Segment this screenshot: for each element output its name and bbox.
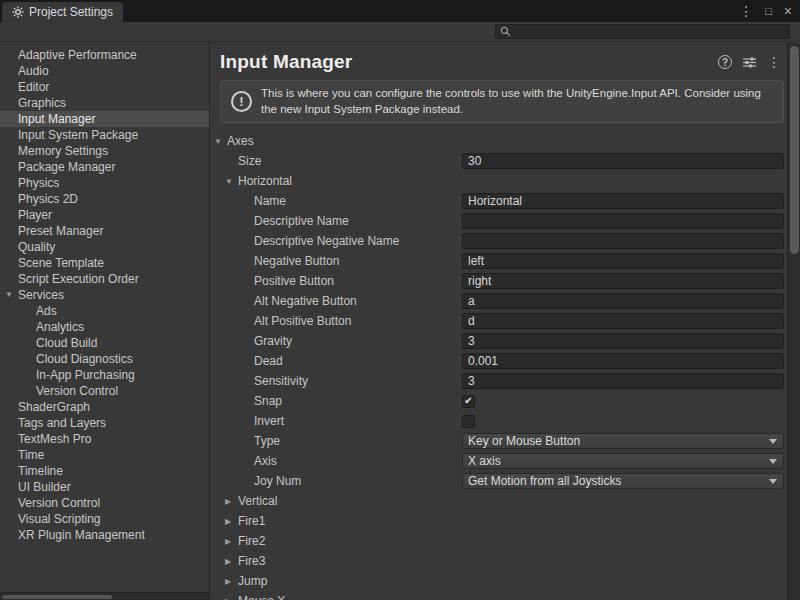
sidebar-item-editor[interactable]: Editor [0, 79, 209, 95]
window-menu-icon[interactable]: ⋮ [739, 4, 753, 18]
presets-icon[interactable] [743, 57, 756, 68]
sidebar-item-input-manager[interactable]: Input Manager [0, 111, 209, 127]
prop-row-size: Size [210, 151, 784, 171]
prop-row-alt-positive-button: Alt Positive Button [210, 311, 784, 331]
prop-row-descriptive-name: Descriptive Name [210, 211, 784, 231]
sidebar-item-script-execution-order[interactable]: Script Execution Order [0, 271, 209, 287]
window-controls: ⋮ □ × [739, 0, 792, 22]
foldout-axes[interactable]: ▼ Axes [210, 131, 784, 151]
sidebar-item-memory-settings[interactable]: Memory Settings [0, 143, 209, 159]
invert-checkbox[interactable] [462, 415, 475, 428]
sidebar-item-textmesh-pro[interactable]: TextMesh Pro [0, 431, 209, 447]
descriptive-name-field[interactable] [462, 213, 784, 229]
settings-body: Adaptive Performance Audio Editor Graphi… [0, 42, 800, 600]
foldout-closed-icon: ▶ [225, 597, 238, 600]
tab-title: Project Settings [29, 5, 113, 19]
sidebar-item-player[interactable]: Player [0, 207, 209, 223]
sidebar-item-audio[interactable]: Audio [0, 63, 209, 79]
sidebar-item-services[interactable]: ▼ Services [0, 287, 209, 303]
tab-project-settings[interactable]: Project Settings [2, 2, 123, 22]
sensitivity-field[interactable] [462, 373, 784, 389]
foldout-fire2[interactable]: ▶ Fire2 [210, 531, 784, 551]
dropdown-arrow-icon [769, 479, 777, 484]
maximize-icon[interactable]: □ [765, 6, 772, 17]
joy-num-dropdown[interactable]: Get Motion from all Joysticks [462, 473, 784, 489]
alt-positive-button-field[interactable] [462, 313, 784, 329]
foldout-horizontal[interactable]: ▼ Horizontal [210, 171, 784, 191]
sidebar-item-scene-template[interactable]: Scene Template [0, 255, 209, 271]
sidebar-item-services-version-control[interactable]: Version Control [0, 383, 209, 399]
sidebar-item-visual-scripting[interactable]: Visual Scripting [0, 511, 209, 527]
prop-row-descriptive-negative-name: Descriptive Negative Name [210, 231, 784, 251]
foldout-open-icon: ▼ [225, 177, 238, 186]
snap-checkbox[interactable] [462, 395, 475, 408]
prop-row-gravity: Gravity [210, 331, 784, 351]
panel-menu-icon[interactable]: ⋮ [767, 55, 781, 69]
input-manager-panel: Input Manager ? ⋮ [210, 42, 800, 600]
foldout-mouse-x[interactable]: ▶ Mouse X [210, 591, 784, 600]
prop-row-negative-button: Negative Button [210, 251, 784, 271]
sidebar-item-input-system-package[interactable]: Input System Package [0, 127, 209, 143]
positive-button-field[interactable] [462, 273, 784, 289]
foldout-jump[interactable]: ▶ Jump [210, 571, 784, 591]
help-box-text: This is where you can configure the cont… [261, 86, 773, 117]
gravity-field[interactable] [462, 333, 784, 349]
sidebar-item-shadergraph[interactable]: ShaderGraph [0, 399, 209, 415]
prop-row-alt-negative-button: Alt Negative Button [210, 291, 784, 311]
negative-button-field[interactable] [462, 253, 784, 269]
foldout-closed-icon: ▶ [225, 517, 238, 526]
sidebar-item-package-manager[interactable]: Package Manager [0, 159, 209, 175]
foldout-vertical[interactable]: ▶ Vertical [210, 491, 784, 511]
sidebar-item-ads[interactable]: Ads [0, 303, 209, 319]
close-icon[interactable]: × [784, 4, 792, 18]
foldout-fire3[interactable]: ▶ Fire3 [210, 551, 784, 571]
alt-negative-button-field[interactable] [462, 293, 784, 309]
dead-field[interactable] [462, 353, 784, 369]
prop-row-sensitivity: Sensitivity [210, 371, 784, 391]
property-list: ▼ Axes Size ▼ Horizontal Name Descriptiv… [210, 131, 787, 600]
project-settings-window: Project Settings ⋮ □ × Adaptive Performa… [0, 0, 800, 600]
sidebar-item-physics[interactable]: Physics [0, 175, 209, 191]
sidebar-horizontal-scrollbar[interactable] [0, 592, 209, 600]
sidebar-item-time[interactable]: Time [0, 447, 209, 463]
size-field[interactable] [462, 153, 784, 169]
prop-row-invert: Invert [210, 411, 784, 431]
sidebar-item-analytics[interactable]: Analytics [0, 319, 209, 335]
help-box: ! This is where you can configure the co… [220, 80, 784, 123]
sidebar-item-cloud-build[interactable]: Cloud Build [0, 335, 209, 351]
sidebar-item-preset-manager[interactable]: Preset Manager [0, 223, 209, 239]
foldout-fire1[interactable]: ▶ Fire1 [210, 511, 784, 531]
sidebar-item-ui-builder[interactable]: UI Builder [0, 479, 209, 495]
sidebar-item-timeline[interactable]: Timeline [0, 463, 209, 479]
main-vertical-scrollbar[interactable] [787, 43, 800, 600]
axis-dropdown[interactable]: X axis [462, 453, 784, 469]
help-icon[interactable]: ? [718, 55, 732, 69]
sidebar-item-version-control[interactable]: Version Control [0, 495, 209, 511]
sidebar-horizontal-scrollbar-thumb[interactable] [2, 595, 112, 599]
sidebar-item-quality[interactable]: Quality [0, 239, 209, 255]
panel-header-icons: ? ⋮ [718, 55, 781, 69]
search-input[interactable] [515, 26, 785, 38]
sidebar-item-tags-and-layers[interactable]: Tags and Layers [0, 415, 209, 431]
sidebar-item-graphics[interactable]: Graphics [0, 95, 209, 111]
dropdown-arrow-icon [769, 439, 777, 444]
main-vertical-scrollbar-thumb[interactable] [790, 46, 799, 254]
sidebar-item-physics-2d[interactable]: Physics 2D [0, 191, 209, 207]
sidebar-item-cloud-diagnostics[interactable]: Cloud Diagnostics [0, 351, 209, 367]
sidebar-item-in-app-purchasing[interactable]: In-App Purchasing [0, 367, 209, 383]
prop-row-axis: Axis X axis [210, 451, 784, 471]
foldout-closed-icon: ▶ [225, 537, 238, 546]
settings-toolbar [0, 22, 800, 42]
foldout-closed-icon: ▶ [225, 557, 238, 566]
prop-row-type: Type Key or Mouse Button [210, 431, 784, 451]
search-box[interactable] [495, 24, 790, 39]
info-icon: ! [231, 91, 252, 112]
foldout-closed-icon: ▶ [225, 497, 238, 506]
name-field[interactable] [462, 193, 784, 209]
descriptive-negative-name-field[interactable] [462, 233, 784, 249]
sidebar-item-adaptive-performance[interactable]: Adaptive Performance [0, 47, 209, 63]
sidebar-item-xr-plugin-management[interactable]: XR Plugin Management [0, 527, 209, 543]
type-dropdown[interactable]: Key or Mouse Button [462, 433, 784, 449]
prop-row-name: Name [210, 191, 784, 211]
settings-sidebar: Adaptive Performance Audio Editor Graphi… [0, 42, 210, 600]
